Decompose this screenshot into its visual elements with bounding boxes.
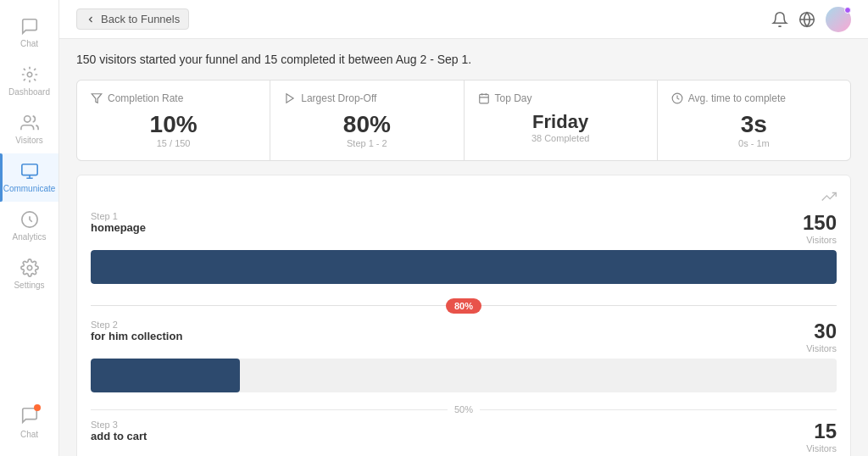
sidebar-label-chat-bottom: Chat	[20, 430, 38, 439]
sidebar-item-analytics[interactable]: Analytics	[0, 202, 58, 250]
funnel-step-1-label: Step 1	[91, 211, 146, 221]
stat-topday-value: Friday	[478, 111, 643, 133]
sidebar-label-chat: Chat	[20, 39, 38, 48]
main-content: Back to Funnels 150 visitors started you…	[59, 0, 868, 456]
funnel-section: Step 1 homepage 150 Visitors 80%	[76, 175, 851, 456]
stat-topday-header: Top Day	[478, 92, 643, 104]
user-avatar[interactable]	[826, 7, 851, 32]
stat-completion-rate-label: Completion Rate	[108, 92, 183, 104]
page-content: 150 visitors started your funnel and 15 …	[59, 39, 868, 456]
funnel-step-2-label: Step 2	[91, 320, 182, 330]
back-button-label: Back to Funnels	[101, 13, 180, 25]
arrow-down-icon	[284, 92, 296, 104]
svg-marker-7	[92, 94, 102, 103]
funnel-step-1-count: 150	[803, 211, 837, 235]
drop-badge-wrap-1: 80%	[446, 298, 481, 313]
sidebar-item-chat-bottom[interactable]: Chat	[0, 398, 58, 448]
funnel-step-1-visitors-label: Visitors	[803, 235, 837, 245]
calendar-icon	[478, 92, 490, 104]
sidebar-item-settings[interactable]: Settings	[0, 250, 58, 298]
funnel-step-3-count: 15	[806, 420, 837, 443]
stat-avgtime-sub: 0s - 1m	[671, 138, 837, 148]
sidebar-label-dashboard: Dashboard	[8, 87, 50, 97]
funnel-summary: 150 visitors started your funnel and 15 …	[76, 53, 851, 66]
funnel-step-2-bar-fill	[91, 359, 240, 392]
funnel-step-1: Step 1 homepage 150 Visitors	[91, 211, 837, 284]
stat-avg-time: Avg. time to complete 3s 0s - 1m	[658, 81, 850, 160]
notification-icon[interactable]	[771, 11, 788, 28]
stat-completion-rate: Completion Rate 10% 15 / 150	[77, 81, 270, 160]
chat-notification-badge	[34, 404, 41, 411]
language-icon[interactable]	[798, 11, 815, 28]
funnel-step-1-header: Step 1 homepage 150 Visitors	[91, 211, 837, 245]
stat-completion-rate-value: 10%	[91, 111, 256, 138]
drop-badge-1: 80%	[91, 291, 837, 320]
funnel-step-3-header: Step 3 add to cart 15 Visitors	[91, 420, 837, 453]
divider-section-1: 50%	[91, 399, 837, 420]
divider-label-1: 50%	[448, 404, 480, 414]
sidebar-label-communicate: Communicate	[3, 184, 56, 193]
trend-icon[interactable]	[821, 189, 837, 204]
funnel-step-2-count: 30	[806, 320, 837, 343]
stat-topday-label: Top Day	[495, 92, 532, 104]
clock-icon	[671, 92, 683, 104]
svg-rect-2	[21, 164, 36, 175]
funnel-step-3-visitors: 15 Visitors	[806, 420, 837, 453]
svg-point-4	[27, 265, 32, 270]
stat-completion-rate-header: Completion Rate	[91, 92, 256, 104]
sidebar: Chat Dashboard Visitors Communicate	[0, 0, 59, 456]
funnel-step-3: Step 3 add to cart 15 Visitors	[91, 420, 837, 453]
funnel-action-bar	[91, 189, 837, 204]
topbar-icons	[771, 7, 851, 32]
svg-rect-8	[479, 94, 488, 103]
stat-dropoff-label: Largest Drop-Off	[301, 92, 376, 104]
svg-point-1	[24, 116, 30, 122]
sidebar-label-visitors: Visitors	[15, 136, 43, 145]
funnel-step-1-visitors: 150 Visitors	[803, 211, 837, 245]
back-to-funnels-button[interactable]: Back to Funnels	[76, 8, 189, 30]
stat-avgtime-header: Avg. time to complete	[671, 92, 837, 104]
funnel-step-2-visitors-label: Visitors	[806, 343, 837, 353]
funnel-step-3-name: add to cart	[91, 430, 147, 442]
stat-completion-rate-sub: 15 / 150	[91, 138, 256, 148]
sidebar-item-communicate[interactable]: Communicate	[0, 153, 58, 202]
stat-largest-dropoff: Largest Drop-Off 80% Step 1 - 2	[270, 81, 463, 160]
funnel-step-2-name: for him collection	[91, 330, 182, 342]
topbar: Back to Funnels	[59, 0, 868, 39]
stat-dropoff-value: 80%	[284, 111, 449, 138]
funnel-step-2-visitors: 30 Visitors	[806, 320, 837, 353]
sidebar-label-analytics: Analytics	[12, 232, 46, 242]
stat-top-day: Top Day Friday 38 Completed	[465, 81, 657, 160]
funnel-step-1-bar-fill	[91, 250, 837, 284]
stat-dropoff-header: Largest Drop-Off	[284, 92, 449, 104]
stat-dropoff-sub: Step 1 - 2	[284, 138, 449, 148]
avatar-status-dot	[844, 7, 851, 14]
stat-avgtime-label: Avg. time to complete	[688, 92, 786, 104]
funnel-step-3-label: Step 3	[91, 420, 147, 430]
sidebar-label-settings: Settings	[14, 281, 44, 290]
funnel-step-2-bar	[91, 359, 837, 392]
stat-avgtime-value: 3s	[671, 111, 837, 138]
funnel-step-3-visitors-label: Visitors	[806, 443, 837, 453]
sidebar-item-visitors[interactable]: Visitors	[0, 105, 58, 153]
funnel-step-1-bar	[91, 250, 837, 284]
stat-topday-sub: 38 Completed	[478, 133, 643, 143]
stats-row: Completion Rate 10% 15 / 150 Largest Dro…	[76, 80, 851, 161]
funnel-step-2: Step 2 for him collection 30 Visitors	[91, 320, 837, 392]
drop-percent-1: 80%	[446, 298, 481, 314]
sidebar-item-dashboard[interactable]: Dashboard	[0, 57, 58, 105]
funnel-icon	[91, 92, 103, 104]
funnel-step-2-header: Step 2 for him collection 30 Visitors	[91, 320, 837, 353]
svg-point-0	[27, 72, 32, 77]
sidebar-item-chat[interactable]: Chat	[0, 8, 58, 57]
funnel-step-1-name: homepage	[91, 221, 146, 234]
